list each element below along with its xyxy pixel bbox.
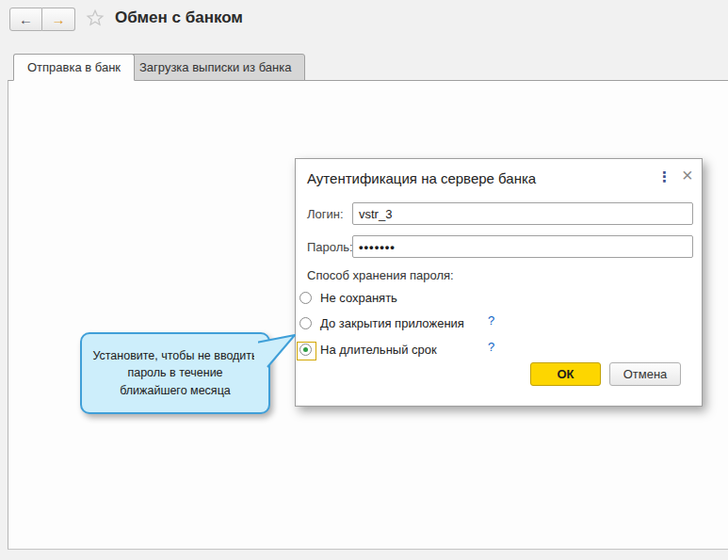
page-title: Обмен с банком: [115, 8, 243, 27]
hint-callout: Установите, чтобы не вводить пароль в те…: [80, 332, 270, 414]
forward-button[interactable]: →: [42, 8, 75, 31]
favorite-star-icon[interactable]: [85, 8, 105, 28]
hint-line: ближайшего месяца: [120, 384, 231, 397]
hint-callout-tail: [254, 329, 298, 371]
radio-icon: [299, 292, 312, 304]
password-label: Пароль:: [307, 240, 353, 254]
radio-option-until-close[interactable]: До закрытия приложения: [299, 313, 464, 332]
tab-load-statement[interactable]: Загрузка выписки из банка: [125, 54, 305, 81]
radio-selected-icon: [299, 344, 312, 356]
radio-label: На длительный срок: [320, 343, 437, 357]
back-arrow-icon: ←: [19, 11, 33, 27]
cancel-button[interactable]: Отмена: [609, 362, 681, 386]
storage-method-label: Способ хранения пароля:: [307, 268, 454, 282]
radio-focus-frame: [297, 342, 316, 360]
kebab-menu-button[interactable]: ⋮: [657, 168, 671, 185]
radio-icon: [299, 317, 312, 329]
history-nav: ← →: [9, 8, 75, 31]
help-link-long-term[interactable]: ?: [488, 340, 494, 354]
radio-label: Не сохранять: [320, 291, 397, 305]
radio-label: До закрытия приложения: [320, 316, 464, 330]
radio-option-no-save[interactable]: Не сохранять: [299, 288, 397, 307]
hint-line: Установите, чтобы не вводить: [92, 349, 257, 362]
ok-button[interactable]: ОК: [530, 362, 601, 386]
login-input[interactable]: vstr_3: [352, 202, 693, 225]
dialog-title: Аутентификация на сервере банка: [307, 170, 536, 186]
close-icon[interactable]: ×: [682, 165, 693, 186]
back-button[interactable]: ←: [9, 8, 42, 31]
help-link-until-close[interactable]: ?: [488, 313, 494, 328]
bank-exchange-window: ← → Обмен с банком Отправка в банк Загру…: [0, 0, 728, 560]
radio-option-long-term[interactable]: На длительный срок: [299, 340, 437, 359]
forward-arrow-icon: →: [52, 11, 66, 27]
login-label: Логин:: [307, 207, 344, 221]
tab-send-to-bank[interactable]: Отправка в банк: [13, 54, 135, 81]
hint-line: пароль в течение: [127, 366, 222, 379]
auth-dialog: Аутентификация на сервере банка ⋮ × Логи…: [295, 158, 703, 407]
password-input[interactable]: •••••••: [352, 235, 693, 258]
